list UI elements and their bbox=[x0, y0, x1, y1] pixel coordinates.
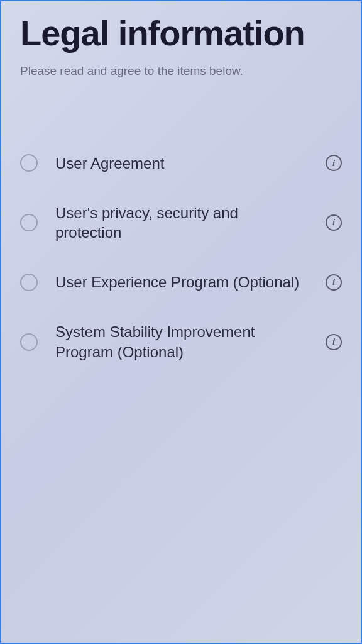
item-label: User Experience Program (Optional) bbox=[55, 272, 308, 292]
page-title: Legal information bbox=[20, 14, 342, 53]
item-label: User Agreement bbox=[55, 153, 308, 173]
radio-user-agreement[interactable] bbox=[20, 154, 38, 172]
item-label: System Stability Improvement Program (Op… bbox=[55, 322, 308, 361]
radio-privacy[interactable] bbox=[20, 214, 38, 231]
list-item: System Stability Improvement Program (Op… bbox=[20, 322, 342, 361]
agreement-list: User Agreement i User's privacy, securit… bbox=[20, 153, 342, 362]
radio-stability-program[interactable] bbox=[20, 333, 38, 351]
list-item: User Experience Program (Optional) i bbox=[20, 272, 342, 292]
legal-information-screen: Legal information Please read and agree … bbox=[1, 1, 361, 374]
list-item: User's privacy, security and protection … bbox=[20, 203, 342, 242]
page-subtitle: Please read and agree to the items below… bbox=[20, 64, 342, 78]
info-icon[interactable]: i bbox=[326, 274, 342, 291]
info-icon[interactable]: i bbox=[326, 214, 342, 231]
info-icon[interactable]: i bbox=[326, 155, 342, 171]
item-label: User's privacy, security and protection bbox=[55, 203, 308, 242]
list-item: User Agreement i bbox=[20, 153, 342, 173]
radio-experience-program[interactable] bbox=[20, 274, 38, 291]
info-icon[interactable]: i bbox=[326, 334, 342, 350]
